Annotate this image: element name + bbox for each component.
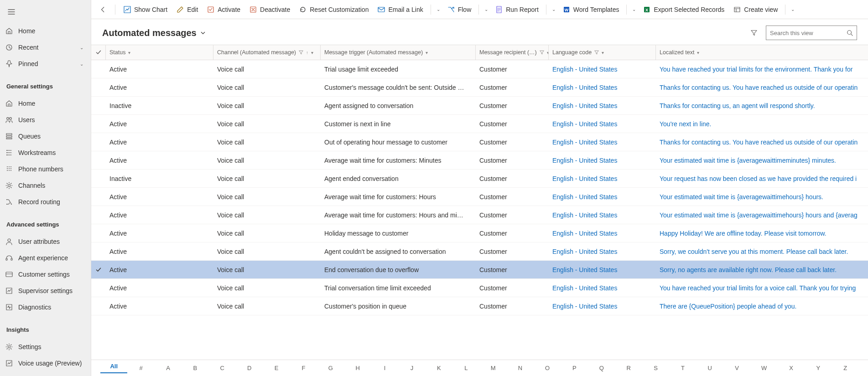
nav-supervisor-settings[interactable]: Supervisor settings — [0, 283, 91, 299]
table-row[interactable]: ActiveVoice callAverage wait time for cu… — [91, 151, 868, 170]
alpha-j[interactable]: J — [398, 365, 425, 371]
nav-customer-settings[interactable]: Customer settings — [0, 266, 91, 283]
table-row[interactable]: ActiveVoice callTrial conversation time … — [91, 279, 868, 297]
cell-localized-text[interactable]: Your request has now been closed as we h… — [656, 175, 868, 182]
cell-language[interactable]: English - United States — [549, 230, 656, 237]
search-box[interactable] — [766, 26, 857, 40]
cmd-create-view-dropdown[interactable]: ⌄ — [788, 1, 797, 18]
col-header-trigger[interactable]: Message trigger (Automated message) ▾ — [321, 45, 476, 60]
cell-language[interactable]: English - United States — [549, 175, 656, 182]
cmd-export[interactable]: XExport Selected Records — [639, 1, 729, 18]
alpha-s[interactable]: S — [642, 365, 669, 371]
nav-user-attributes[interactable]: User attributes — [0, 233, 91, 250]
table-row[interactable]: ActiveVoice callCustomer's message could… — [91, 78, 868, 97]
nav-agent-experience[interactable]: Agent experience — [0, 250, 91, 266]
alpha-b[interactable]: B — [182, 365, 208, 371]
alpha-c[interactable]: C — [209, 365, 236, 371]
nav-recent[interactable]: Recent⌄ — [0, 39, 91, 56]
cmd-reset[interactable]: Reset Customization — [295, 1, 373, 18]
alpha-o[interactable]: O — [534, 365, 561, 371]
table-row[interactable]: ActiveVoice callAverage wait time for cu… — [91, 206, 868, 224]
back-button[interactable] — [95, 1, 111, 18]
search-input[interactable] — [770, 30, 847, 36]
row-checkbox[interactable] — [91, 267, 106, 273]
cmd-flow-dropdown[interactable]: ⌄ — [482, 1, 491, 18]
nav-home[interactable]: Home — [0, 23, 91, 39]
cell-localized-text[interactable]: Your estimated wait time is {averagewait… — [656, 193, 868, 201]
alpha-a[interactable]: A — [155, 365, 182, 371]
cell-language[interactable]: English - United States — [549, 157, 656, 164]
table-row[interactable]: ActiveVoice callHoliday message to custo… — [91, 224, 868, 242]
cell-language[interactable]: English - United States — [549, 284, 656, 292]
alpha-p[interactable]: P — [561, 365, 588, 371]
cell-localized-text[interactable]: You have reached your trial limits for t… — [656, 66, 868, 73]
filter-button[interactable] — [747, 26, 761, 40]
cell-localized-text[interactable]: Sorry, no agents are available right now… — [656, 266, 868, 273]
cmd-email-link[interactable]: Email a Link — [373, 1, 427, 18]
table-row[interactable]: ActiveVoice callOut of operating hour me… — [91, 133, 868, 151]
nav-home[interactable]: Home — [0, 95, 91, 112]
alpha-y[interactable]: Y — [805, 365, 832, 371]
alpha-r[interactable]: R — [615, 365, 642, 371]
alpha-e[interactable]: E — [263, 365, 290, 371]
cell-language[interactable]: English - United States — [549, 139, 656, 146]
cmd-run-report-dropdown[interactable]: ⌄ — [549, 1, 558, 18]
cell-localized-text[interactable]: Happy Holiday! We are offline today. Ple… — [656, 230, 868, 237]
cmd-create-view[interactable]: Create view — [729, 1, 782, 18]
cmd-run-report[interactable]: Run Report — [491, 1, 543, 18]
alpha-v[interactable]: V — [723, 365, 750, 371]
nav-record-routing[interactable]: Record routing — [0, 194, 91, 210]
alpha-g[interactable]: G — [317, 365, 344, 371]
nav-voice-usage-preview-[interactable]: Voice usage (Preview) — [0, 355, 91, 371]
cmd-deactivate[interactable]: Deactivate — [245, 1, 295, 18]
nav-users[interactable]: Users — [0, 112, 91, 128]
select-all-checkbox[interactable] — [91, 45, 106, 60]
table-row[interactable]: ActiveVoice callTrial usage limit exceed… — [91, 60, 868, 78]
cmd-word-templ-dropdown[interactable]: ⌄ — [629, 1, 639, 18]
cmd-activate[interactable]: Activate — [203, 1, 245, 18]
table-row[interactable]: ActiveVoice callAgent couldn't be assign… — [91, 242, 868, 261]
table-row[interactable]: ActiveVoice callEnd conversation due to … — [91, 261, 868, 279]
col-header-recipient[interactable]: Message recipient (…) ▾ — [476, 45, 549, 60]
alpha-u[interactable]: U — [696, 365, 723, 371]
cell-language[interactable]: English - United States — [549, 266, 656, 273]
alpha-x[interactable]: X — [778, 365, 805, 371]
cell-localized-text[interactable]: Thanks for contacting us. You have reach… — [656, 139, 868, 146]
nav-pinned[interactable]: Pinned⌄ — [0, 56, 91, 72]
nav-phone-numbers[interactable]: Phone numbers — [0, 161, 91, 177]
cell-localized-text[interactable]: You have reached your trial limits for a… — [656, 284, 868, 292]
cell-language[interactable]: English - United States — [549, 66, 656, 73]
table-row[interactable]: ActiveVoice callCustomer is next in line… — [91, 115, 868, 133]
hamburger-button[interactable] — [0, 3, 91, 21]
table-row[interactable]: ActiveVoice callAverage wait time for cu… — [91, 188, 868, 206]
cell-language[interactable]: English - United States — [549, 84, 656, 91]
alpha-z[interactable]: Z — [832, 365, 859, 371]
nav-settings[interactable]: Settings — [0, 339, 91, 355]
cell-language[interactable]: English - United States — [549, 102, 656, 109]
nav-diagnostics[interactable]: Diagnostics — [0, 299, 91, 315]
alpha-l[interactable]: L — [452, 365, 479, 371]
cell-localized-text[interactable]: Your estimated wait time is {averagewait… — [656, 211, 868, 219]
cell-language[interactable]: English - United States — [549, 120, 656, 128]
cmd-edit[interactable]: Edit — [172, 1, 203, 18]
alpha-i[interactable]: I — [371, 365, 398, 371]
cell-language[interactable]: English - United States — [549, 193, 656, 201]
cell-localized-text[interactable]: There are {QueuePosition} people ahead o… — [656, 303, 868, 310]
table-row[interactable]: InactiveVoice callAgent ended conversati… — [91, 170, 868, 188]
alpha-f[interactable]: F — [290, 365, 317, 371]
alpha-q[interactable]: Q — [588, 365, 615, 371]
view-selector[interactable]: Automated messages — [102, 28, 206, 38]
table-row[interactable]: InactiveVoice callAgent assigned to conv… — [91, 97, 868, 115]
alpha-#[interactable]: # — [127, 365, 154, 371]
col-header-language[interactable]: Language code ▾ — [549, 45, 656, 60]
cell-language[interactable]: English - United States — [549, 303, 656, 310]
nav-channels[interactable]: Channels — [0, 177, 91, 194]
alpha-t[interactable]: T — [669, 365, 696, 371]
alpha-w[interactable]: W — [750, 365, 777, 371]
alpha-k[interactable]: K — [426, 365, 452, 371]
nav-queues[interactable]: Queues — [0, 128, 91, 144]
cell-localized-text[interactable]: Sorry, we couldn't serve you at this mom… — [656, 248, 868, 255]
cell-language[interactable]: English - United States — [549, 211, 656, 219]
cell-language[interactable]: English - United States — [549, 248, 656, 255]
cmd-show-chart[interactable]: Show Chart — [119, 1, 172, 18]
